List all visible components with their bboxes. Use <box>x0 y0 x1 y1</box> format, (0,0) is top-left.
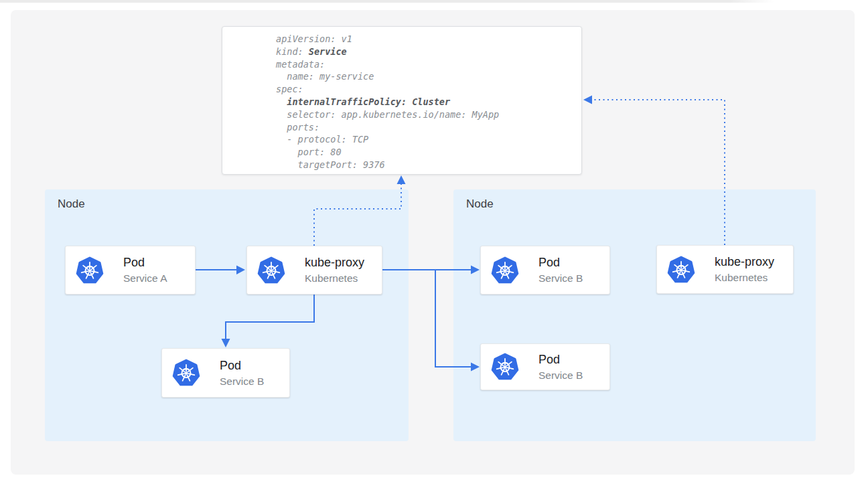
card-title: kube-proxy <box>305 256 364 270</box>
node-left: Node <box>45 189 409 441</box>
kubernetes-icon <box>257 256 285 285</box>
top-divider <box>0 0 774 3</box>
kubernetes-icon <box>172 358 200 388</box>
kube-proxy-card-left: kube-proxy Kubernetes <box>246 246 382 295</box>
node-right-label: Node <box>466 197 494 211</box>
card-title: Pod <box>220 359 264 373</box>
card-subtitle: Kubernetes <box>305 272 364 284</box>
pod-service-b-card-left: Pod Service B <box>161 348 290 398</box>
kubernetes-icon <box>491 256 519 285</box>
kube-proxy-card-right: kube-proxy Kubernetes <box>656 245 794 294</box>
card-title: Pod <box>123 256 167 270</box>
kubernetes-icon <box>667 255 695 284</box>
card-subtitle: Service A <box>123 272 167 284</box>
card-title: kube-proxy <box>715 255 774 269</box>
card-title: Pod <box>538 353 583 367</box>
kubernetes-icon <box>76 256 104 285</box>
card-subtitle: Service B <box>538 369 583 382</box>
service-yaml-card: apiVersion: v1kind: Servicemetadata: nam… <box>222 26 582 175</box>
kubernetes-icon <box>491 352 519 382</box>
card-title: Pod <box>538 256 583 270</box>
pod-service-b-card-right-top: Pod Service B <box>480 246 610 295</box>
node-left-label: Node <box>58 197 85 211</box>
card-subtitle: Service B <box>220 375 264 388</box>
pod-service-a-card: Pod Service A <box>65 246 196 295</box>
node-right: Node <box>453 189 816 441</box>
diagram-canvas: Node Node apiVersion: v1kind: Servicemet… <box>0 0 868 488</box>
service-yaml-code: apiVersion: v1kind: Servicemetadata: nam… <box>276 33 499 171</box>
card-subtitle: Service B <box>538 272 583 284</box>
card-subtitle: Kubernetes <box>715 271 774 284</box>
pod-service-b-card-right-bottom: Pod Service B <box>480 343 610 390</box>
